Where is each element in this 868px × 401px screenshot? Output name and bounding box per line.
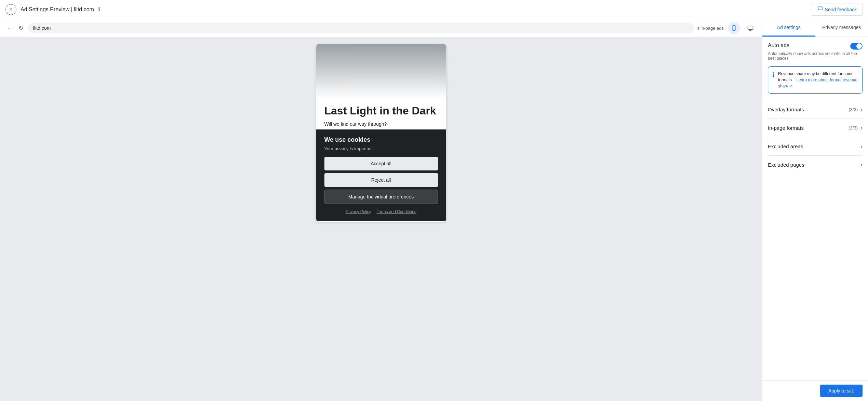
- tab-ad-settings[interactable]: Ad settings: [762, 19, 815, 37]
- excluded-areas-chevron: ›: [860, 143, 863, 150]
- in-page-formats-chevron: ›: [860, 124, 863, 132]
- settings-panel: Ad settings Privacy messages Auto ads ✓ …: [762, 19, 868, 401]
- in-page-formats-meta: (3/3) ›: [849, 124, 863, 132]
- preview-panel: ← ↻ 4 in-page ads: [0, 19, 762, 401]
- back-button[interactable]: ←: [5, 23, 14, 33]
- back-icon: ←: [7, 25, 13, 31]
- send-feedback-label: Send feedback: [825, 7, 857, 12]
- tab-privacy-messages[interactable]: Privacy messages: [815, 19, 868, 37]
- topbar-left: × Ad Settings Preview | llitd.com ℹ: [5, 4, 100, 15]
- svg-rect-3: [748, 26, 753, 30]
- url-bar-right: 4 in-page ads: [697, 22, 757, 34]
- auto-ads-title: Auto ads: [768, 42, 789, 49]
- cookie-links: Privacy Policy Terms and Conditions: [324, 209, 438, 214]
- excluded-pages-label: Excluded pages: [768, 162, 804, 168]
- manage-preferences-button[interactable]: Manage Individual preferences: [324, 190, 438, 204]
- site-text-area: Last Light in the Dark Will we find our …: [316, 99, 446, 129]
- settings-content: Auto ads ✓ Automatically show ads across…: [762, 37, 868, 380]
- cookie-description: Your privacy is important.: [324, 146, 438, 151]
- preview-area: Last Light in the Dark Will we find our …: [0, 37, 762, 401]
- info-box-text: Revenue share may be different for some …: [778, 71, 858, 89]
- apply-to-site-button[interactable]: Apply to site: [820, 385, 863, 397]
- site-title: Last Light in the Dark: [324, 104, 438, 117]
- tabs: Ad settings Privacy messages: [762, 19, 868, 37]
- excluded-areas-label: Excluded areas: [768, 143, 803, 149]
- toggle-check-icon: ✓: [858, 44, 861, 48]
- refresh-icon: ↻: [18, 25, 24, 31]
- mobile-frame: Last Light in the Dark Will we find our …: [316, 44, 446, 222]
- overlay-formats-meta: (3/3) ›: [849, 106, 863, 113]
- refresh-button[interactable]: ↻: [17, 23, 25, 33]
- in-page-formats-row[interactable]: In-page formats (3/3) ›: [768, 119, 863, 137]
- cookie-overlay: We use cookies Your privacy is important…: [316, 129, 446, 221]
- site-hero-image: [316, 44, 446, 99]
- mobile-device-button[interactable]: [728, 22, 740, 34]
- info-box-icon: ℹ: [772, 71, 775, 89]
- url-bar: ← ↻ 4 in-page ads: [0, 19, 762, 37]
- accept-all-button[interactable]: Accept all: [324, 157, 438, 170]
- close-icon: ×: [9, 6, 12, 13]
- overlay-formats-chevron: ›: [860, 106, 863, 113]
- excluded-areas-meta: ›: [858, 143, 863, 150]
- auto-ads-description: Automatically show ads across your site …: [768, 51, 863, 61]
- send-feedback-button[interactable]: Send feedback: [812, 3, 863, 16]
- cookie-heading: We use cookies: [324, 136, 438, 143]
- page-title: Ad Settings Preview | llitd.com: [21, 6, 94, 13]
- topbar: × Ad Settings Preview | llitd.com ℹ Send…: [0, 0, 868, 19]
- desktop-device-button[interactable]: [744, 22, 757, 34]
- site-content: Last Light in the Dark Will we find our …: [316, 44, 446, 221]
- in-page-formats-count: (3/3): [849, 125, 858, 130]
- in-page-formats-label: In-page formats: [768, 125, 804, 131]
- reject-all-button[interactable]: Reject all: [324, 173, 438, 187]
- settings-footer: Apply to site: [762, 380, 868, 401]
- auto-ads-row: Auto ads ✓: [768, 42, 863, 50]
- excluded-pages-chevron: ›: [860, 161, 863, 168]
- info-icon[interactable]: ℹ: [98, 6, 100, 13]
- excluded-pages-meta: ›: [858, 161, 863, 168]
- overlay-formats-row[interactable]: Overlay formats (3/3) ›: [768, 100, 863, 119]
- feedback-icon: [817, 6, 823, 13]
- url-input[interactable]: [28, 23, 694, 33]
- terms-link[interactable]: Terms and Conditions: [377, 209, 416, 214]
- overlay-formats-count: (3/3): [849, 107, 858, 112]
- in-page-ads-count: 4 in-page ads: [697, 26, 724, 31]
- svg-point-2: [734, 29, 734, 30]
- main-content: ← ↻ 4 in-page ads: [0, 19, 868, 401]
- overlay-formats-label: Overlay formats: [768, 107, 804, 112]
- site-subtitle: Will we find our way through?: [324, 121, 438, 127]
- privacy-policy-link[interactable]: Privacy Policy: [346, 209, 371, 214]
- auto-ads-toggle[interactable]: ✓: [850, 43, 863, 50]
- excluded-pages-row[interactable]: Excluded pages ›: [768, 156, 863, 174]
- excluded-areas-row[interactable]: Excluded areas ›: [768, 137, 863, 156]
- info-box: ℹ Revenue share may be different for som…: [768, 66, 863, 94]
- close-button[interactable]: ×: [5, 4, 16, 15]
